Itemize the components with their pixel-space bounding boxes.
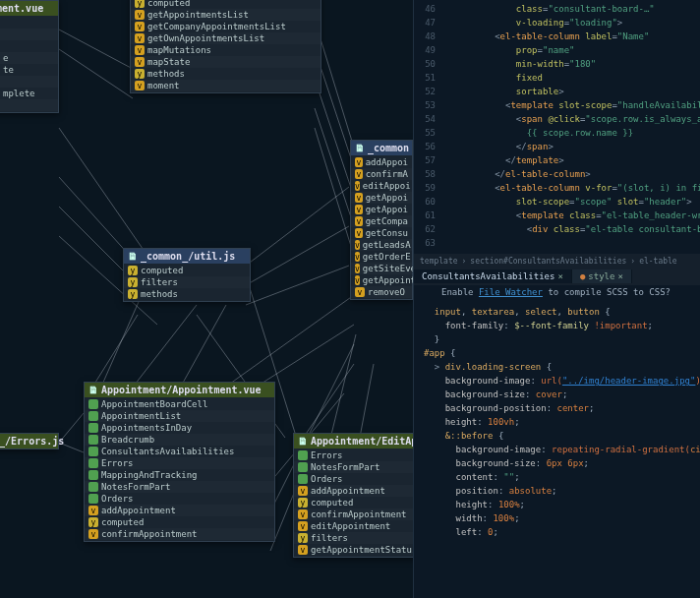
- node-header: 🗎_common_/util.js: [124, 249, 250, 264]
- editor-top[interactable]: 464748495051525354555657585960616263 cla…: [414, 0, 700, 254]
- node-item-label: computed: [101, 517, 144, 527]
- graph-node-common-right[interactable]: 🗎_common vaddAppoivconfirmAveditAppoivge…: [350, 140, 413, 300]
- close-icon[interactable]: ×: [617, 271, 622, 281]
- file-icon: 🗎: [128, 251, 138, 262]
- node-item[interactable]: Breadcrumb: [85, 434, 274, 446]
- breadcrumb-item[interactable]: el-table: [639, 257, 677, 266]
- graph-node-nment[interactable]: nment.vue etemplete: [0, 0, 59, 113]
- node-item[interactable]: vconfirmAppointment: [294, 508, 413, 520]
- node-item[interactable]: vconfirmAppointment: [85, 528, 274, 540]
- node-item[interactable]: NotesFormPart: [85, 481, 274, 493]
- node-item[interactable]: vgetAppointmentStatusList: [294, 544, 413, 556]
- node-item-label: mplete: [3, 89, 35, 98]
- node-item[interactable]: vgetCompanyAppointmentsList: [131, 21, 321, 32]
- component-icon: [88, 411, 98, 421]
- node-item[interactable]: [0, 99, 58, 111]
- node-item[interactable]: AppointmentBoardCell: [85, 398, 274, 410]
- node-item-label: Breadcrumb: [101, 435, 154, 445]
- node-item[interactable]: Errors: [294, 449, 413, 461]
- node-item[interactable]: te: [0, 64, 58, 76]
- node-item[interactable]: [0, 17, 58, 29]
- graph-node-top[interactable]: ycomputedvgetAppointmentsListvgetCompany…: [130, 0, 321, 93]
- node-item[interactable]: AppointmentsInDay: [85, 422, 274, 434]
- node-item[interactable]: vgetAppoi: [351, 192, 412, 204]
- node-item[interactable]: ycomputed: [124, 265, 250, 276]
- node-item-label: computed: [311, 498, 353, 508]
- node-item-label: ConsultantsAvailabilities: [101, 447, 234, 456]
- node-item[interactable]: vgetCompa: [351, 215, 412, 227]
- property-icon: y: [128, 277, 138, 287]
- node-item[interactable]: vaddAppoi: [351, 156, 412, 168]
- node-item-label: mapState: [147, 57, 190, 67]
- close-icon[interactable]: ×: [557, 271, 562, 281]
- node-item[interactable]: [0, 76, 58, 88]
- node-item-label: confirmAppointment: [101, 529, 198, 539]
- node-item[interactable]: yfilters: [124, 276, 250, 288]
- node-item[interactable]: vaddAppointment: [85, 505, 274, 516]
- node-item-label: NotesFormPart: [311, 462, 379, 472]
- node-item[interactable]: vremoveO: [351, 286, 412, 298]
- node-item[interactable]: ymethods: [131, 68, 321, 80]
- node-item-label: getAppointmentsList: [147, 10, 249, 20]
- editor-bottom[interactable]: input, textarea, select, button { font-f…: [414, 303, 700, 598]
- node-item[interactable]: MappingAndTracking: [85, 469, 274, 481]
- node-item[interactable]: Errors: [85, 457, 274, 469]
- node-item[interactable]: vmapMutations: [131, 44, 321, 56]
- property-icon: y: [88, 517, 98, 527]
- node-item[interactable]: vgetOwnAppointmentsList: [131, 32, 321, 44]
- svg-line-17: [216, 295, 354, 393]
- node-item[interactable]: vgetSiteEve: [351, 263, 412, 274]
- property-icon: y: [298, 533, 308, 543]
- node-item-label: confirmAppointment: [311, 509, 407, 519]
- graph-node-util[interactable]: 🗎_common_/util.js ycomputedyfiltersymeth…: [123, 248, 251, 302]
- code-body[interactable]: class="consultant-board-…" v-loading="lo…: [441, 0, 700, 236]
- node-item[interactable]: vmapState: [131, 56, 321, 68]
- method-icon: v: [355, 157, 363, 167]
- node-item[interactable]: veditAppoi: [351, 180, 412, 192]
- property-icon: y: [128, 266, 138, 275]
- graph-node-errors[interactable]: on_/Errors.js: [0, 433, 59, 449]
- node-item-label: NotesFormPart: [101, 482, 170, 492]
- tab-consultants[interactable]: ConsultantsAvailabilities×: [414, 269, 572, 283]
- breadcrumb-bar[interactable]: template› section#ConsultantsAvailabilit…: [414, 254, 700, 268]
- svg-line-24: [300, 364, 354, 443]
- breadcrumb-item[interactable]: template: [420, 257, 458, 266]
- node-item[interactable]: Orders: [294, 473, 413, 485]
- node-item-label: getCompanyAppointmentsList: [147, 22, 286, 31]
- node-item[interactable]: veditAppointment: [294, 520, 413, 532]
- node-item[interactable]: vaddAppointment: [294, 485, 413, 497]
- node-item[interactable]: vgetLeadsA: [351, 239, 412, 251]
- tab-style[interactable]: ●style×: [572, 269, 632, 283]
- node-item[interactable]: [0, 29, 58, 40]
- method-icon: v: [355, 181, 360, 191]
- node-item-label: Errors: [311, 450, 343, 460]
- node-item[interactable]: vgetAppoi: [351, 204, 412, 215]
- node-item[interactable]: vgetOrderE: [351, 251, 412, 263]
- node-item[interactable]: vconfirmA: [351, 168, 412, 180]
- file-watcher-link[interactable]: File Watcher: [479, 287, 543, 297]
- node-item[interactable]: [0, 40, 58, 52]
- component-icon: [88, 470, 98, 480]
- node-item[interactable]: vgetConsu: [351, 227, 412, 239]
- breadcrumb-item[interactable]: section#ConsultantsAvailabilities: [470, 257, 626, 266]
- graph-node-appointment[interactable]: 🗎Appointment/Appointment.vue Appointment…: [84, 382, 275, 542]
- node-item[interactable]: ConsultantsAvailabilities: [85, 446, 274, 457]
- node-item[interactable]: Orders: [85, 493, 274, 505]
- node-item[interactable]: vmoment: [131, 80, 321, 91]
- node-item[interactable]: ymethods: [124, 288, 250, 300]
- dependency-graph-panel[interactable]: nment.vue etemplete ycomputedvgetAppoint…: [0, 0, 413, 598]
- property-icon: y: [135, 69, 145, 79]
- node-item[interactable]: AppointmentList: [85, 410, 274, 422]
- node-item[interactable]: NotesFormPart: [294, 461, 413, 473]
- node-item[interactable]: vgetAppointmentsList: [131, 9, 321, 21]
- node-item[interactable]: mplete: [0, 88, 58, 99]
- node-item[interactable]: ycomputed: [131, 0, 321, 9]
- code-body[interactable]: input, textarea, select, button { font-f…: [424, 303, 700, 539]
- node-item[interactable]: e: [0, 52, 58, 64]
- node-item[interactable]: yfilters: [294, 532, 413, 544]
- graph-node-edit-appointment[interactable]: 🗎Appointment/EditAppointment.vue ErrorsN…: [293, 433, 413, 558]
- node-item[interactable]: vgetAppointmentStatusList: [351, 274, 412, 286]
- node-item[interactable]: ycomputed: [294, 497, 413, 508]
- method-icon: v: [135, 33, 145, 43]
- node-item[interactable]: ycomputed: [85, 516, 274, 528]
